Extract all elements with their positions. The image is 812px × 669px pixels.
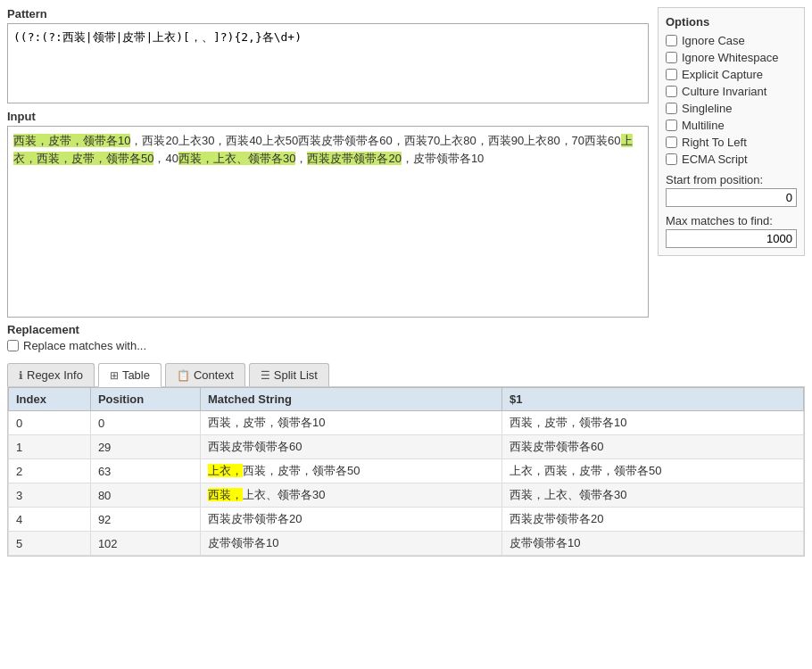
multiline-checkbox[interactable] — [666, 120, 677, 131]
tab-context-label: Context — [194, 368, 234, 382]
cell-s1: 西装皮带领带各20 — [501, 508, 803, 532]
cell-s1: 上衣，西装，皮带，领带各50 — [501, 459, 803, 483]
start-pos-input[interactable] — [666, 188, 797, 207]
right-to-left-label: Right To Left — [682, 136, 747, 149]
table-row: 0 0 西装，皮带，领带各10 西装，皮带，领带各10 — [9, 411, 804, 435]
table-row: 5 102 皮带领带各10 皮带领带各10 — [9, 532, 804, 556]
tab-split-list[interactable]: ☰ Split List — [249, 363, 329, 386]
right-to-left-checkbox[interactable] — [666, 136, 677, 148]
option-culture-invariant[interactable]: Culture Invariant — [666, 85, 797, 98]
tabs-row: ℹ Regex Info ⊞ Table 📋 Context ☰ Split L… — [7, 363, 805, 387]
option-ignore-whitespace[interactable]: Ignore Whitespace — [666, 51, 797, 64]
cell-position: 0 — [90, 411, 200, 435]
max-matches-input[interactable] — [666, 229, 797, 248]
singleline-label: Singleline — [682, 102, 732, 115]
option-right-to-left[interactable]: Right To Left — [666, 136, 797, 149]
cell-matched: 皮带领带各10 — [200, 532, 501, 556]
cell-s1: 西装，上衣、领带各30 — [501, 483, 803, 508]
table-icon: ⊞ — [110, 369, 119, 382]
ignore-case-checkbox[interactable] — [666, 35, 677, 46]
cell-index: 5 — [9, 532, 91, 556]
max-matches-label: Max matches to find: — [666, 214, 797, 227]
culture-invariant-checkbox[interactable] — [666, 86, 677, 97]
col-s1: $1 — [501, 388, 803, 411]
cell-s1: 皮带领带各10 — [501, 532, 803, 556]
tab-regex-info[interactable]: ℹ Regex Info — [7, 363, 95, 386]
input-text-content: 西装，皮带，领带各10，西装20上衣30，西装40上衣50西装皮带领带各60，西… — [13, 134, 633, 165]
split-list-icon: ☰ — [261, 369, 270, 382]
option-singleline[interactable]: Singleline — [666, 102, 797, 115]
cell-index: 1 — [9, 435, 91, 459]
replace-checkbox[interactable] — [7, 340, 19, 351]
table-row: 3 80 西装，上衣、领带各30 西装，上衣、领带各30 — [9, 483, 804, 508]
option-ignore-case[interactable]: Ignore Case — [666, 34, 797, 47]
start-pos-label: Start from position: — [666, 173, 797, 186]
explicit-capture-checkbox[interactable] — [666, 69, 677, 80]
table-header-row: Index Position Matched String $1 — [9, 388, 804, 411]
cell-index: 3 — [9, 483, 91, 508]
info-icon: ℹ — [19, 369, 23, 382]
input-text[interactable]: 西装，皮带，领带各10，西装20上衣30，西装40上衣50西装皮带领带各60，西… — [7, 126, 649, 318]
col-position: Position — [90, 388, 200, 411]
cell-matched: 西装皮带领带各20 — [200, 508, 501, 532]
replacement-label: Replacement — [7, 323, 649, 336]
ecma-script-label: ECMA Script — [682, 153, 748, 166]
tab-table[interactable]: ⊞ Table — [98, 363, 162, 387]
cell-position: 29 — [90, 435, 200, 459]
tab-split-list-label: Split List — [274, 368, 318, 382]
cell-matched: 西装，上衣、领带各30 — [200, 483, 501, 508]
culture-invariant-label: Culture Invariant — [682, 85, 766, 98]
cell-position: 92 — [90, 508, 200, 532]
cell-matched: 西装皮带领带各60 — [200, 435, 501, 459]
pattern-label: Pattern — [7, 7, 649, 21]
tab-table-label: Table — [122, 368, 150, 382]
cell-index: 2 — [9, 459, 91, 483]
col-matched-string: Matched String — [200, 388, 501, 411]
ignore-case-label: Ignore Case — [682, 34, 745, 47]
tab-context[interactable]: 📋 Context — [165, 363, 245, 386]
option-explicit-capture[interactable]: Explicit Capture — [666, 68, 797, 81]
input-label: Input — [7, 110, 649, 123]
table-row: 1 29 西装皮带领带各60 西装皮带领带各60 — [9, 435, 804, 459]
results-table-container: Index Position Matched String $1 0 0 西装，… — [7, 387, 805, 557]
pattern-input[interactable]: ((?:(?:西装|领带|皮带|上衣)[，、]?){2,}各\d+) — [7, 23, 649, 103]
cell-index: 4 — [9, 508, 91, 532]
options-title: Options — [666, 15, 797, 29]
table-row: 4 92 西装皮带领带各20 西装皮带领带各20 — [9, 508, 804, 532]
col-index: Index — [9, 388, 91, 411]
cell-s1: 西装，皮带，领带各10 — [501, 411, 803, 435]
multiline-label: Multiline — [682, 119, 725, 132]
tab-regex-info-label: Regex Info — [27, 368, 83, 382]
cell-matched: 上衣，西装，皮带，领带各50 — [200, 459, 501, 483]
ignore-whitespace-label: Ignore Whitespace — [682, 51, 778, 64]
singleline-checkbox[interactable] — [666, 103, 677, 114]
option-ecma-script[interactable]: ECMA Script — [666, 153, 797, 166]
context-icon: 📋 — [177, 369, 190, 382]
replace-checkbox-label[interactable]: Replace matches with... — [23, 339, 146, 352]
option-multiline[interactable]: Multiline — [666, 119, 797, 132]
cell-s1: 西装皮带领带各60 — [501, 435, 803, 459]
cell-index: 0 — [9, 411, 91, 435]
results-table: Index Position Matched String $1 0 0 西装，… — [8, 387, 804, 556]
ecma-script-checkbox[interactable] — [666, 153, 677, 165]
ignore-whitespace-checkbox[interactable] — [666, 52, 677, 63]
cell-matched: 西装，皮带，领带各10 — [200, 411, 501, 435]
table-row: 2 63 上衣，西装，皮带，领带各50 上衣，西装，皮带，领带各50 — [9, 459, 804, 483]
explicit-capture-label: Explicit Capture — [682, 68, 763, 81]
cell-position: 102 — [90, 532, 200, 556]
cell-position: 80 — [90, 483, 200, 508]
cell-position: 63 — [90, 459, 200, 483]
